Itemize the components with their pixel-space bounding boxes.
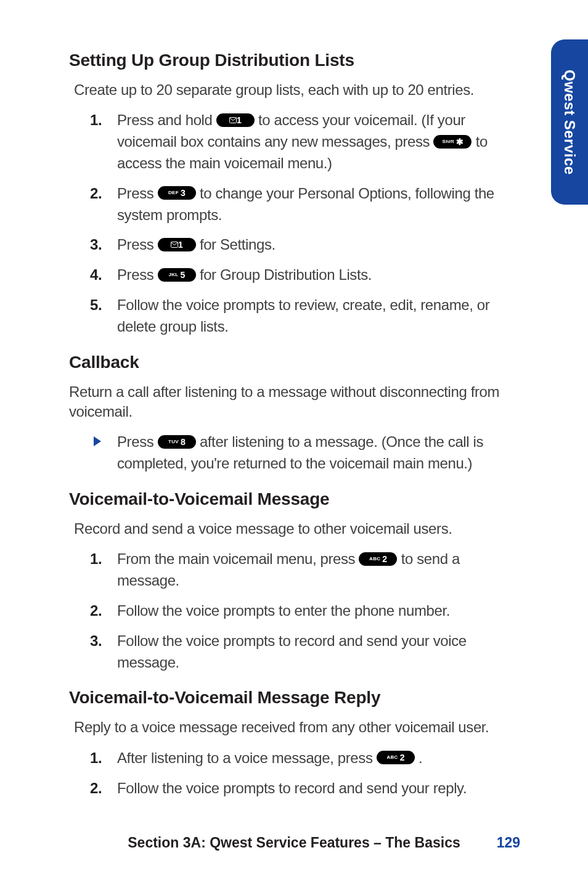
side-tab-label: Qwest Service [561, 70, 578, 175]
step-number: 3. [90, 234, 102, 256]
step-text: Press [117, 266, 158, 283]
list-item: 2. Follow the voice prompts to record an… [97, 778, 519, 799]
list-item: 3. Follow the voice prompts to record an… [97, 631, 519, 674]
key-main: 3 [181, 189, 185, 197]
step-text: Follow the voice prompts to record and s… [117, 780, 467, 796]
step-text: Follow the voice prompts to enter the ph… [117, 602, 450, 619]
step-number: 1. [90, 110, 102, 131]
bullets-callback: Press TUV 8 after listening to a message… [69, 431, 519, 475]
list-item: 2. Follow the voice prompts to enter the… [97, 600, 519, 622]
bullet-text: Press [117, 433, 158, 450]
list-item: 1. After listening to a voice message, p… [97, 748, 519, 769]
intro-v2v: Record and send a voice message to other… [74, 519, 519, 539]
step-number: 1. [90, 748, 102, 769]
key-sub: Shift [443, 139, 454, 144]
list-item: 1. Press and hold 1 to access your voice… [97, 110, 519, 174]
key-tuv-8: TUV 8 [158, 435, 196, 449]
list-item: 3. Press 1 for Settings. [97, 234, 519, 256]
step-number: 2. [90, 600, 102, 622]
step-number: 3. [90, 631, 102, 652]
step-number: 1. [90, 549, 102, 570]
side-tab: Qwest Service [551, 39, 588, 205]
page-number: 129 [497, 835, 520, 851]
key-main: 1 [237, 116, 241, 125]
key-sub: JKL [168, 272, 178, 277]
list-item: 5. Follow the voice prompts to review, c… [97, 295, 519, 338]
intro-v2v-reply: Reply to a voice message received from a… [74, 717, 519, 737]
heading-v2v-reply: Voicemail-to-Voicemail Message Reply [69, 688, 519, 708]
key-main: 1 [178, 240, 182, 249]
step-number: 2. [90, 778, 102, 799]
heading-v2v: Voicemail-to-Voicemail Message [69, 489, 519, 509]
key-main: 8 [181, 438, 185, 446]
steps-v2v: 1. From the main voicemail menu, press A… [69, 549, 519, 673]
list-item: 2. Press DEF 3 to change your Personal O… [97, 183, 519, 226]
steps-v2v-reply: 1. After listening to a voice message, p… [69, 748, 519, 799]
key-mail-1: 1 [158, 238, 196, 251]
step-text: Press [117, 236, 158, 253]
step-text: Press [117, 185, 158, 202]
key-main: 2 [382, 555, 386, 563]
step-text: From the main voicemail menu, press [117, 550, 359, 567]
key-abc-2: ABC 2 [359, 552, 397, 566]
steps-group-distribution: 1. Press and hold 1 to access your voice… [69, 110, 519, 337]
step-number: 2. [90, 183, 102, 205]
step-number: 4. [90, 264, 102, 286]
mail-icon [229, 117, 237, 123]
intro-group-distribution: Create up to 20 separate group lists, ea… [74, 80, 519, 100]
intro-callback: Return a call after listening to a messa… [69, 382, 519, 422]
step-number: 5. [90, 295, 102, 316]
step-text: Press and hold [117, 112, 216, 128]
heading-group-distribution: Setting Up Group Distribution Lists [69, 51, 519, 70]
step-text: . [419, 749, 422, 766]
key-sub: ABC [386, 755, 398, 760]
key-sub: ABC [369, 557, 380, 561]
key-shift-star: Shift ✱ [433, 135, 472, 149]
heading-callback: Callback [69, 353, 519, 372]
page: Qwest Service Setting Up Group Distribut… [0, 0, 588, 882]
step-text: for Group Distribution Lists. [200, 266, 372, 283]
key-sub: TUV [168, 439, 179, 444]
step-text: Follow the voice prompts to record and s… [117, 632, 467, 671]
key-def-3: DEF 3 [158, 186, 196, 200]
key-main: ✱ [456, 137, 463, 146]
key-mail-1: 1 [216, 113, 255, 127]
step-text: After listening to a voice message, pres… [117, 749, 377, 766]
key-main: 5 [180, 271, 184, 279]
step-text: for Settings. [200, 236, 276, 253]
list-item: 1. From the main voicemail menu, press A… [97, 549, 519, 592]
footer: Section 3A: Qwest Service Features – The… [0, 835, 588, 851]
key-sub: DEF [168, 190, 179, 195]
list-item: Press TUV 8 after listening to a message… [97, 431, 519, 475]
list-item: 4. Press JKL 5 for Group Distribution Li… [97, 264, 519, 286]
mail-icon [171, 242, 178, 248]
key-main: 2 [400, 753, 404, 762]
key-jkl-5: JKL 5 [158, 268, 196, 282]
key-abc-2: ABC 2 [377, 751, 415, 764]
footer-text: Section 3A: Qwest Service Features – The… [128, 835, 460, 851]
step-text: Follow the voice prompts to review, crea… [117, 296, 489, 335]
